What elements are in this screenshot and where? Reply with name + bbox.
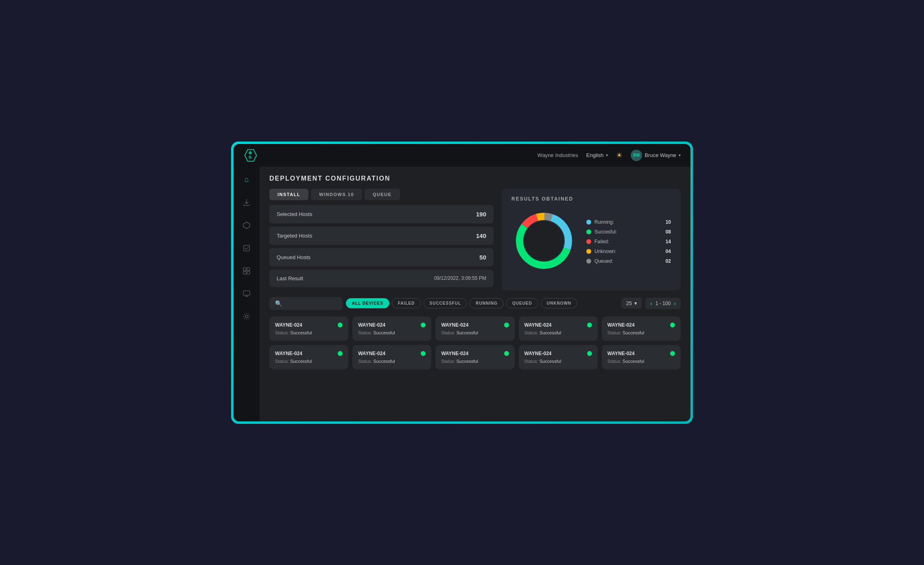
successful-dot: [586, 229, 591, 234]
failed-label: Failed:: [594, 239, 609, 244]
svg-point-8: [245, 315, 248, 318]
svg-marker-1: [243, 222, 250, 229]
device-card[interactable]: WAYNE-024 Status: Successful: [602, 345, 681, 369]
successful-count: 08: [661, 229, 671, 235]
device-status-dot: [587, 351, 592, 356]
stat-targeted-hosts: Targeted Hosts 140: [269, 227, 494, 245]
legend-running: Running: 10: [586, 219, 671, 225]
device-card-header: WAYNE-024: [524, 351, 592, 356]
stat-selected-value: 190: [476, 211, 486, 218]
sidebar-item-home[interactable]: ⌂: [240, 173, 253, 186]
page-size-chevron: ▾: [634, 300, 637, 306]
page-title: DEPLOYMENT CONFIGURATION: [269, 175, 681, 182]
tab-queue[interactable]: QUEUE: [365, 189, 400, 200]
device-status-value: Successful: [290, 330, 312, 335]
stat-last-label: Last Result: [277, 275, 303, 281]
sidebar-item-monitor[interactable]: [240, 287, 253, 300]
device-card-header: WAYNE-024: [275, 351, 343, 356]
device-card[interactable]: WAYNE-024 Status: Successful: [519, 345, 598, 369]
device-card-header: WAYNE-024: [441, 351, 509, 356]
language-selector[interactable]: English ▾: [586, 152, 608, 158]
device-card[interactable]: WAYNE-024 Status: Successful: [435, 345, 514, 369]
device-card[interactable]: WAYNE-024 Status: Successful: [519, 316, 598, 341]
chip-unknown[interactable]: UNKNOWN: [541, 298, 577, 308]
device-status-dot: [504, 351, 509, 356]
stat-selected-hosts: Selected Hosts 190: [269, 205, 494, 223]
app-container: Wayne Industries English ▾ ☀ BW Bruce Wa…: [234, 144, 690, 421]
sidebar-item-download[interactable]: [240, 196, 253, 209]
language-label: English: [586, 152, 604, 158]
pagination-next[interactable]: ›: [674, 300, 676, 307]
device-card-header: WAYNE-024: [607, 322, 675, 328]
device-grid: WAYNE-024 Status: Successful WAYNE-024 S…: [269, 316, 681, 369]
device-status-dot: [670, 323, 675, 327]
search-box[interactable]: 🔍: [269, 297, 343, 310]
svg-rect-4: [247, 268, 250, 271]
user-chevron: ▾: [679, 153, 681, 157]
unknown-dot: [586, 249, 591, 254]
language-chevron: ▾: [606, 153, 608, 157]
device-card[interactable]: WAYNE-024 Status: Successful: [435, 316, 514, 341]
device-status-dot: [504, 323, 509, 327]
chip-successful[interactable]: SUCCESSFUL: [424, 298, 467, 308]
sidebar-item-tasks[interactable]: [240, 242, 253, 255]
device-status-value: Successful: [623, 359, 644, 364]
filter-bar: 🔍 ALL DEVICES FAILED SUCCESSFUL RUNNING …: [269, 297, 681, 310]
sidebar-item-grid[interactable]: [240, 264, 253, 277]
device-status: Status: Successful: [358, 330, 426, 335]
device-card-header: WAYNE-024: [358, 351, 426, 356]
device-status-dot: [670, 351, 675, 356]
page-size-value: 25: [626, 300, 632, 306]
svg-rect-3: [243, 268, 246, 271]
tab-windows10[interactable]: WINDOWS 10: [311, 189, 362, 200]
top-section: INSTALL WINDOWS 10 QUEUE Selected Hosts …: [269, 189, 681, 290]
chip-running[interactable]: RUNNING: [470, 298, 504, 308]
pagination-prev[interactable]: ‹: [650, 300, 652, 307]
device-name: WAYNE-024: [358, 351, 385, 356]
sidebar-item-modules[interactable]: [240, 219, 253, 232]
tab-install[interactable]: INSTALL: [269, 189, 308, 200]
device-status: Status: Successful: [607, 359, 675, 364]
device-status: Status: Successful: [607, 330, 675, 335]
device-status-value: Successful: [457, 330, 478, 335]
device-name: WAYNE-024: [607, 322, 635, 328]
sidebar-item-settings[interactable]: [240, 310, 253, 323]
user-selector[interactable]: BW Bruce Wayne ▾: [631, 150, 681, 161]
pagination-range: 1 - 100: [655, 301, 671, 306]
device-status: Status: Successful: [441, 330, 509, 335]
page-size-selector[interactable]: 25 ▾: [621, 298, 642, 309]
queued-label: Queued:: [594, 258, 613, 264]
device-card[interactable]: WAYNE-024 Status: Successful: [269, 345, 348, 369]
chip-all-devices[interactable]: ALL DEVICES: [346, 298, 389, 308]
running-dot: [586, 220, 591, 225]
stat-targeted-label: Targeted Hosts: [277, 233, 312, 239]
device-card[interactable]: WAYNE-024 Status: Successful: [269, 316, 348, 341]
device-status: Status: Successful: [275, 359, 343, 364]
pagination: ‹ 1 - 100 ›: [645, 298, 681, 309]
device-card-header: WAYNE-024: [441, 322, 509, 328]
header-right: Wayne Industries English ▾ ☀ BW Bruce Wa…: [537, 150, 681, 161]
svg-point-14: [524, 221, 564, 260]
body-container: ⌂: [234, 167, 690, 421]
legend-successful: Succesful: 08: [586, 229, 671, 235]
svg-rect-6: [247, 271, 250, 274]
theme-toggle-button[interactable]: ☀: [616, 151, 623, 160]
stat-targeted-value: 140: [476, 232, 486, 239]
device-status-dot: [587, 323, 592, 327]
donut-chart: [511, 208, 577, 275]
stat-queued-value: 50: [479, 254, 486, 261]
sidebar: ⌂: [234, 167, 260, 421]
outer-frame: Wayne Industries English ▾ ☀ BW Bruce Wa…: [231, 142, 693, 424]
user-avatar: BW: [631, 150, 642, 161]
queued-dot: [586, 259, 591, 264]
device-status-dot: [421, 351, 426, 356]
stat-last-value: 09/12/2022, 3:09:55 PM: [434, 275, 486, 281]
device-status-value: Successful: [290, 359, 312, 364]
device-card[interactable]: WAYNE-024 Status: Successful: [352, 345, 431, 369]
device-card[interactable]: WAYNE-024 Status: Successful: [602, 316, 681, 341]
device-card-header: WAYNE-024: [607, 351, 675, 356]
device-card[interactable]: WAYNE-024 Status: Successful: [352, 316, 431, 341]
chip-queued[interactable]: QUEUED: [506, 298, 538, 308]
results-body: Running: 10 Succesful: 08: [511, 208, 671, 275]
chip-failed[interactable]: FAILED: [392, 298, 421, 308]
